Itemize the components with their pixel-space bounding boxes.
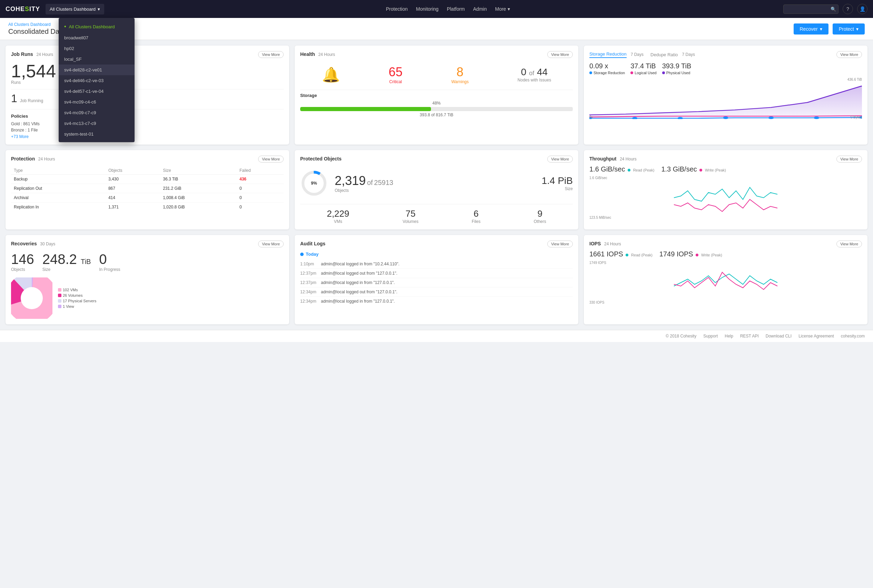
health-warning-label: Warnings: [452, 80, 469, 84]
iops-title: IOPS: [590, 241, 601, 246]
row-archival-size: 1,008.4 GiB: [160, 193, 237, 202]
row-archival-failed: 0: [237, 193, 284, 202]
po-volumes-label: Volumes: [403, 219, 418, 224]
protection-card: Protection 24 Hours View More Type Objec…: [6, 150, 289, 230]
footer-download-cli[interactable]: Download CLI: [766, 334, 792, 339]
protection-table: Type Objects Size Failed Backup 3,430 36…: [11, 166, 284, 212]
dropdown-item-broadwell07[interactable]: broadwell07: [58, 32, 135, 43]
dropdown-item-local-sf[interactable]: local_SF: [58, 54, 135, 64]
sr-tab2[interactable]: Dedupe Ratio: [650, 52, 678, 57]
tp-ymin: 123.5 MiB/sec: [590, 216, 862, 219]
more-policies-link[interactable]: +73 More: [11, 134, 28, 139]
search-input[interactable]: [787, 6, 828, 12]
footer-support[interactable]: Support: [703, 334, 718, 339]
audit-header: Audit Logs View More: [300, 240, 573, 248]
sr-metric1: 0.09 x Storage Reduction: [590, 62, 625, 75]
job-runs-view-more[interactable]: View More: [258, 51, 284, 58]
recover-button[interactable]: Recover ▾: [794, 24, 828, 34]
footer-help[interactable]: Help: [724, 334, 733, 339]
health-metrics-row: 🔔 65 Critical 8 Warnings 0 of 44 Nodes w…: [300, 62, 573, 87]
protection-title: Protection: [11, 156, 35, 162]
dropdown-item-sv4-dell57[interactable]: sv4-dell57-c1-ve-04: [58, 86, 135, 97]
footer-license[interactable]: License Agreement: [798, 334, 834, 339]
audit-today-dot: [300, 253, 304, 256]
pie-label-physical: 17 Physical Servers: [58, 299, 96, 303]
sr-tab2-days: 7 Days: [682, 52, 695, 57]
tp-read-label: Read (Peak): [633, 168, 655, 172]
sr-tab-active[interactable]: Storage Reduction: [590, 51, 627, 58]
nav-protection[interactable]: Protection: [386, 6, 408, 12]
search-box[interactable]: 🔍: [783, 4, 838, 14]
dropdown-item-hp02[interactable]: hp02: [58, 43, 135, 54]
audit-msg-4: admin@local logged out from "127.0.0.1".: [321, 290, 398, 294]
job-runs-header: Job Runs 24 Hours View More: [11, 51, 284, 58]
po-of: of: [367, 179, 373, 186]
sr-metric1-val: 0.09 x: [590, 62, 625, 70]
po-item-others: 9 Others: [534, 208, 546, 224]
dropdown-item-sv4-mc09-c7[interactable]: sv4-mc09-c7-c9: [58, 107, 135, 118]
audit-entry-1: 1:10pm admin@local logged in from "10.2.…: [300, 260, 573, 269]
nav-more[interactable]: More ▾: [495, 6, 510, 12]
iops-chart-svg: [590, 266, 862, 300]
audit-title: Audit Logs: [300, 241, 326, 246]
nav-platform[interactable]: Platform: [447, 6, 465, 12]
tp-write-val: 1.3 GiB/sec: [661, 165, 697, 173]
audit-time-4: 12:34pm: [300, 290, 321, 294]
storage-bar-pct: 48%: [300, 101, 573, 106]
sr-view-more[interactable]: View More: [836, 51, 862, 58]
user-button[interactable]: 👤: [857, 4, 867, 14]
pie-labels: 102 VMs 26 Volumes 17 Physical Servers 1…: [58, 288, 96, 309]
rec-header: Recoveries 30 Days View More: [11, 240, 284, 248]
health-title: Health: [300, 51, 315, 57]
audit-msg-3: admin@local logged in from "127.0.0.1".: [321, 280, 395, 285]
po-view-more[interactable]: View More: [547, 156, 573, 162]
po-main: 9% 2,319 of 25913 Objects 1.4 PiB Size: [300, 166, 573, 200]
policy-bronze: Bronze : 1 File: [11, 128, 284, 132]
storage-title: Storage: [300, 93, 573, 98]
pie-chart-svg: [11, 278, 52, 319]
pie-label-vms: 102 VMs: [58, 288, 96, 292]
iops-write-val: 1749 IOPS: [659, 250, 693, 258]
health-view-more[interactable]: View More: [547, 51, 573, 58]
protection-header: Protection 24 Hours View More: [11, 156, 284, 162]
health-critical-num: 65: [388, 65, 402, 80]
dropdown-item-system-test[interactable]: system-test-01: [58, 129, 135, 140]
po-others-num: 9: [534, 208, 546, 219]
audit-entry-2: 12:37pm admin@local logged out from "127…: [300, 269, 573, 278]
svg-point-13: [21, 287, 43, 309]
row-repl-out-objects: 867: [106, 184, 160, 193]
job-runs-card: Job Runs 24 Hours View More 1,544 Runs 1…: [6, 45, 289, 145]
audit-logs-card: Audit Logs View More Today 1:10pm admin@…: [295, 235, 578, 324]
sr-chart-svg: [590, 78, 862, 119]
dropdown-item-sv4-dell46[interactable]: sv4-dell46-c2-ve-03: [58, 75, 135, 86]
protection-view-more[interactable]: View More: [258, 156, 284, 162]
header-actions: Recover ▾ Protect ▾: [794, 24, 865, 34]
policy-gold: Gold : 861 VMs: [11, 122, 284, 126]
rec-view-more[interactable]: View More: [258, 240, 284, 248]
audit-view-more[interactable]: View More: [547, 240, 573, 248]
dropdown-item-all-clusters[interactable]: • All Clusters Dashboard: [58, 21, 135, 32]
footer-rest-api[interactable]: REST API: [740, 334, 759, 339]
job-running-row: 1 Job Running: [11, 92, 284, 105]
cluster-dropdown-button[interactable]: All Clusters Dashboard ▾: [45, 4, 104, 15]
job-running-num: 1: [11, 92, 17, 105]
iops-view-more[interactable]: View More: [836, 240, 862, 248]
rec-inprogress-label: In Progress: [99, 267, 120, 272]
sr-tabs: Storage Reduction 7 Days Dedupe Ratio 7 …: [590, 51, 695, 58]
nav-admin[interactable]: Admin: [473, 6, 487, 12]
dropdown-item-sv4-dell28[interactable]: sv4-dell28-c2-ve01: [58, 64, 135, 75]
tp-view-more[interactable]: View More: [836, 156, 862, 162]
dropdown-item-sv4-mc09-c4[interactable]: sv4-mc09-c4-c6: [58, 97, 135, 107]
dropdown-item-sv4-mc13[interactable]: sv4-mc13-c7-c9: [58, 118, 135, 129]
throughput-card: Throughput 24 Hours View More 1.6 GiB/se…: [584, 150, 867, 230]
help-button[interactable]: ?: [843, 4, 853, 14]
rec-objects-num: 146: [11, 252, 34, 267]
rec-title: Recoveries: [11, 241, 37, 246]
svg-point-4: [768, 117, 774, 119]
iops-chart: [590, 266, 862, 300]
protect-button[interactable]: Protect ▾: [832, 24, 865, 34]
audit-entry-4: 12:34pm admin@local logged out from "127…: [300, 288, 573, 297]
nav-monitoring[interactable]: Monitoring: [416, 6, 439, 12]
health-nodes: 0 of 44 Nodes with Issues: [518, 67, 551, 82]
footer-website[interactable]: cohesity.com: [841, 334, 865, 339]
